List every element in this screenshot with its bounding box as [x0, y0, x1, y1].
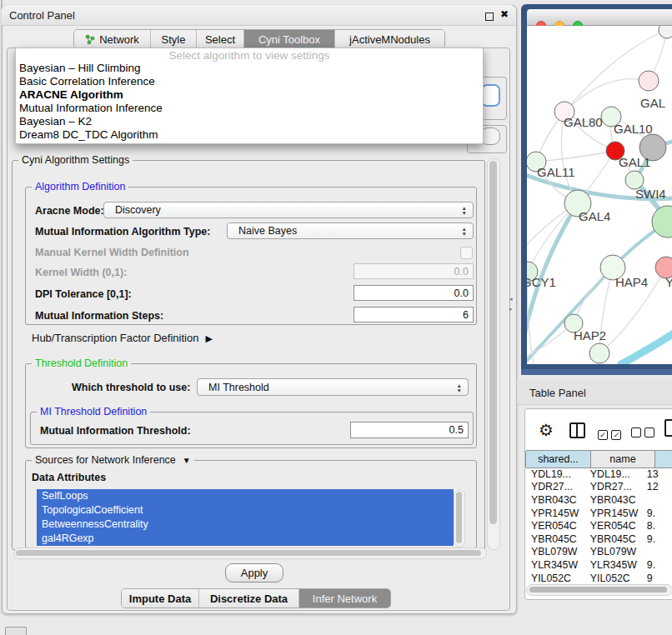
- table-row[interactable]: YPR145W YPR145W 9.: [526, 507, 672, 520]
- algorithm-dropdown-item[interactable]: Bayesian – Hill Climbing: [16, 62, 483, 75]
- table-row[interactable]: YDL19... YDL19... 13: [526, 468, 672, 481]
- manual-kernel-checkbox[interactable]: [460, 247, 473, 259]
- data-attributes-label: Data Attributes: [32, 472, 106, 483]
- attribute-list-item[interactable]: BetweennessCentrality: [37, 518, 454, 532]
- scrollbar-thumb[interactable]: [489, 161, 497, 524]
- network-node-label: Y: [665, 275, 672, 289]
- sources-title-label: Sources for Network Inference: [35, 454, 176, 466]
- aracne-mode-label: Aracne Mode:: [35, 205, 104, 217]
- tab-infer-network-label: Infer Network: [313, 592, 377, 605]
- network-node-label: GAL4: [579, 209, 610, 223]
- tab-style[interactable]: Style: [151, 30, 197, 48]
- algorithm-dropdown-item[interactable]: Mutual Information Inference: [16, 102, 483, 115]
- which-threshold-label: Which threshold to use:: [72, 382, 190, 393]
- apply-button[interactable]: Apply: [225, 563, 283, 582]
- table-row[interactable]: YIL052C YIL052C 9: [526, 572, 672, 584]
- kernel-width-field[interactable]: 0.0: [354, 263, 474, 279]
- mi-type-select[interactable]: Naive Bayes ▲▼: [227, 222, 474, 239]
- control-panel-tabbar: Network Style Select Cyni Toolbox jActiv…: [73, 29, 445, 49]
- expand-right-icon: ▶: [205, 333, 212, 344]
- dpi-tolerance-field[interactable]: 0.0: [354, 285, 474, 301]
- tab-cyni-toolbox[interactable]: Cyni Toolbox: [244, 30, 335, 48]
- network-node-label: GAL11: [537, 165, 575, 179]
- mi-steps-field[interactable]: 6: [354, 307, 474, 322]
- apply-button-label: Apply: [241, 567, 268, 579]
- table-horizontal-scrollbar[interactable]: [526, 584, 672, 596]
- tab-discretize-data[interactable]: Discretize Data: [199, 589, 299, 608]
- tab-select-label: Select: [205, 33, 235, 46]
- attribute-list-item[interactable]: TopologicalCoefficient: [37, 503, 454, 518]
- aracne-mode-value: Discovery: [115, 204, 161, 216]
- mi-threshold-label: Mutual Information Threshold:: [40, 425, 191, 437]
- algorithm-dropdown-popup: Select algorithm to view settings Bayesi…: [15, 48, 484, 144]
- network-window-bottom-frame: [521, 369, 672, 375]
- network-node-bottom-node[interactable]: [589, 343, 609, 363]
- clipped-corner-widget[interactable]: [5, 627, 27, 635]
- tab-style-label: Style: [162, 33, 186, 46]
- stepper-arrows-icon: ▲▼: [462, 203, 467, 218]
- scrollbar-thumb[interactable]: [16, 550, 481, 556]
- split-view-icon[interactable]: [569, 422, 585, 438]
- control-panel-titlebar: Control Panel ✖: [2, 5, 515, 26]
- splitter-collapse-left-icon[interactable]: ◂: [509, 296, 513, 302]
- table-row[interactable]: YLR345W YLR345W 9.: [526, 558, 672, 572]
- column-header-partial[interactable]: [654, 451, 672, 468]
- settings-horizontal-scrollbar[interactable]: [13, 548, 487, 559]
- network-canvas[interactable]: GALGAL80GAL10GAL1GAL11SWI4GAL4GCY1HAP4YH…: [527, 26, 672, 364]
- attribute-list-item[interactable]: SelfLoops: [37, 489, 454, 503]
- column-header-shared-name[interactable]: shared...: [525, 451, 591, 468]
- settings-vertical-scrollbar[interactable]: [487, 158, 500, 550]
- aracne-mode-select[interactable]: Discovery ▲▼: [103, 202, 474, 218]
- algorithm-dropdown-item[interactable]: Dream8 DC_TDC Algorithm: [16, 128, 483, 142]
- table-row[interactable]: YBR045C YBR045C 9.: [526, 532, 672, 546]
- control-panel-title: Control Panel: [9, 9, 75, 22]
- algorithm-dropdown-placeholder: Select algorithm to view settings: [16, 49, 483, 62]
- attribute-list-item[interactable]: gal4RGexp: [37, 532, 454, 546]
- tab-jactivemnodules-label: jActiveMNodules: [349, 33, 430, 46]
- hub-definition-expander[interactable]: Hub/Transcription Factor Definition▶: [32, 332, 213, 344]
- tab-select[interactable]: Select: [197, 30, 244, 48]
- cyni-bottom-tabbar: Impute Data Discretize Data Infer Networ…: [121, 588, 391, 608]
- which-threshold-value: MI Threshold: [208, 382, 269, 393]
- algorithm-combo-fragment[interactable]: [481, 84, 500, 107]
- attribute-list-scrollbar[interactable]: [454, 489, 465, 548]
- deselect-all-checkboxes-icon[interactable]: [631, 426, 654, 441]
- column-header-name[interactable]: name: [590, 451, 655, 468]
- network-node-top-node[interactable]: [659, 26, 672, 38]
- table-row[interactable]: YER054C YER054C 8.: [526, 519, 672, 532]
- close-icon[interactable]: ✖: [500, 8, 509, 20]
- tab-network[interactable]: Network: [74, 30, 151, 48]
- scrollbar-thumb[interactable]: [529, 587, 667, 592]
- float-window-icon[interactable]: [485, 12, 494, 21]
- table-row[interactable]: YDR27... YDR27... 12: [526, 481, 672, 494]
- tab-infer-network[interactable]: Infer Network: [299, 589, 390, 608]
- page-icon[interactable]: [664, 419, 672, 437]
- algorithm-dropdown-item[interactable]: ARACNE Algorithm: [16, 88, 483, 102]
- table-row[interactable]: YBR043C YBR043C: [526, 493, 672, 507]
- threshold-definition-title: Threshold Definition: [32, 358, 131, 369]
- sources-group-title[interactable]: Sources for Network Inference▼: [32, 454, 194, 466]
- select-all-checkboxes-icon[interactable]: ✓ ✓: [598, 426, 621, 441]
- mi-threshold-field[interactable]: 0.5: [350, 422, 469, 438]
- scrollbar-thumb[interactable]: [456, 492, 462, 543]
- which-threshold-select[interactable]: MI Threshold ▲▼: [197, 378, 469, 396]
- gear-icon[interactable]: ⚙: [539, 420, 554, 440]
- algorithm-definition-title: Algorithm Definition: [32, 181, 128, 192]
- network-edge: [621, 333, 672, 364]
- splitter-collapse-right-icon[interactable]: ▸: [509, 306, 513, 312]
- table-row[interactable]: YBL079W YBL079W: [526, 546, 672, 559]
- network-node-GAL2[interactable]: [639, 71, 659, 91]
- network-node-label: GAL: [640, 96, 665, 110]
- network-node-big-green[interactable]: [652, 206, 672, 238]
- algorithm-dropdown-item[interactable]: Bayesian – K2: [16, 115, 483, 128]
- mi-threshold-value: 0.5: [449, 424, 464, 436]
- data-attributes-list: SelfLoopsTopologicalCoefficientBetweenne…: [37, 489, 464, 546]
- dpi-tolerance-value: 0.0: [454, 288, 469, 299]
- tab-jactivemnodules[interactable]: jActiveMNodules: [335, 30, 444, 48]
- network-edge: [564, 79, 649, 112]
- algorithm-dropdown-item[interactable]: Basic Correlation Inference: [16, 75, 483, 88]
- network-node-label: HAP4: [615, 275, 648, 289]
- collapse-down-icon: ▼: [183, 456, 191, 465]
- tab-impute-data[interactable]: Impute Data: [122, 589, 199, 608]
- network-window-titlebar[interactable]: [527, 9, 672, 26]
